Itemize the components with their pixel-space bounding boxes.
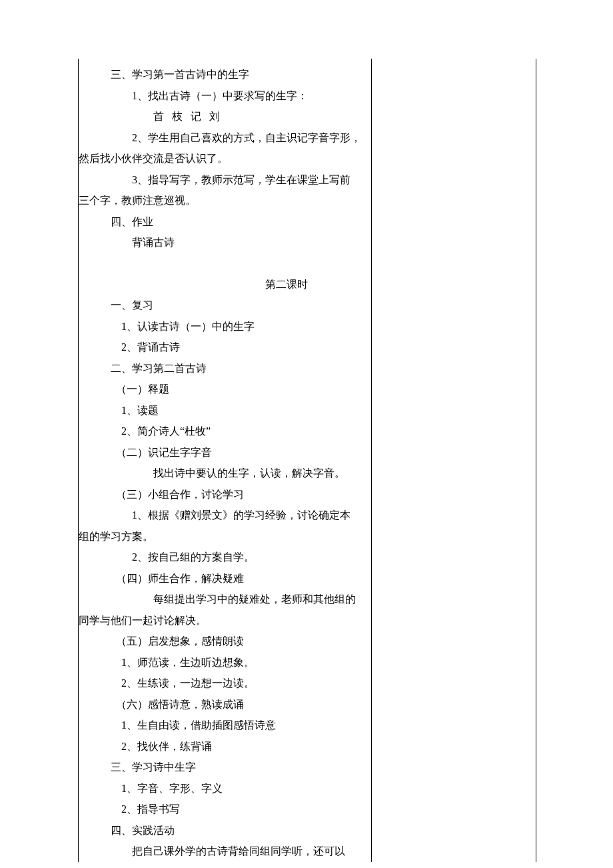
item-text: 2、指导书写 bbox=[79, 799, 371, 820]
item-text: 1、读题 bbox=[79, 400, 371, 421]
subsection-heading: （四）师生合作，解决疑难 bbox=[79, 568, 371, 589]
item-text: 1、根据《赠刘景文》的学习经验，讨论确定本 bbox=[79, 505, 371, 526]
item-text-wrap: 同学与他们一起讨论解决。 bbox=[79, 610, 371, 631]
section-heading: 三、学习诗中生字 bbox=[79, 757, 371, 778]
item-text: 1、字音、字形、字义 bbox=[79, 778, 371, 799]
lesson-content: 三、学习第一首古诗中的生字 1、找出古诗（一）中要求写的生字： 首 枝 记 刘 … bbox=[79, 64, 371, 862]
item-text: 2、找伙伴，练背诵 bbox=[79, 736, 371, 757]
item-text: 2、背诵古诗 bbox=[79, 337, 371, 358]
subsection-heading: （三）小组合作，讨论学习 bbox=[79, 484, 371, 505]
main-content-cell: 三、学习第一首古诗中的生字 1、找出古诗（一）中要求写的生字： 首 枝 记 刘 … bbox=[79, 59, 372, 862]
item-text: 1、认读古诗（一）中的生字 bbox=[79, 316, 371, 337]
item-text: 背诵古诗 bbox=[79, 232, 371, 253]
section-heading: 一、复习 bbox=[79, 295, 371, 316]
section-heading: 四、作业 bbox=[79, 211, 371, 233]
notes-cell bbox=[371, 59, 536, 862]
item-text: 把自己课外学的古诗背给同组同学听，还可以 bbox=[79, 841, 371, 862]
subsection-heading: （六）感悟诗意，熟读成诵 bbox=[79, 694, 371, 715]
subsection-heading: （五）启发想象，感情朗读 bbox=[79, 631, 371, 652]
page: 三、学习第一首古诗中的生字 1、找出古诗（一）中要求写的生字： 首 枝 记 刘 … bbox=[0, 0, 613, 868]
item-text: 2、学生用自己喜欢的方式，自主识记字音字形， bbox=[79, 127, 371, 149]
item-text: 1、找出古诗（一）中要求写的生字： bbox=[79, 85, 371, 107]
item-text-wrap: 三个字，教师注意巡视。 bbox=[79, 190, 371, 211]
item-text-wrap: 组的学习方案。 bbox=[79, 526, 371, 547]
section-heading: 四、实践活动 bbox=[79, 820, 371, 841]
item-text: 每组提出学习中的疑难处，老师和其他组的 bbox=[79, 589, 371, 610]
item-text: 2、生练读，一边想一边读。 bbox=[79, 673, 371, 694]
item-text-wrap: 然后找小伙伴交流是否认识了。 bbox=[79, 148, 371, 169]
item-text: 1、生自由读，借助插图感悟诗意 bbox=[79, 715, 371, 736]
item-text: 2、简介诗人“杜牧” bbox=[79, 421, 371, 442]
layout-table: 三、学习第一首古诗中的生字 1、找出古诗（一）中要求写的生字： 首 枝 记 刘 … bbox=[78, 59, 536, 862]
sub-heading: 第二课时 bbox=[79, 274, 371, 295]
subsection-heading: （一）释题 bbox=[79, 379, 371, 400]
item-text: 3、指导写字，教师示范写，学生在课堂上写前 bbox=[79, 169, 371, 191]
item-text: 找出诗中要认的生字，认读，解决字音。 bbox=[79, 463, 371, 484]
item-text: 1、师范读，生边听边想象。 bbox=[79, 652, 371, 673]
section-heading: 二、学习第二首古诗 bbox=[79, 358, 371, 379]
blank-line bbox=[79, 253, 371, 274]
section-heading: 三、学习第一首古诗中的生字 bbox=[79, 64, 371, 85]
subsection-heading: （二）识记生字字音 bbox=[79, 442, 371, 463]
item-text: 2、按自己组的方案自学。 bbox=[79, 547, 371, 568]
char-list: 首 枝 记 刘 bbox=[79, 106, 371, 127]
